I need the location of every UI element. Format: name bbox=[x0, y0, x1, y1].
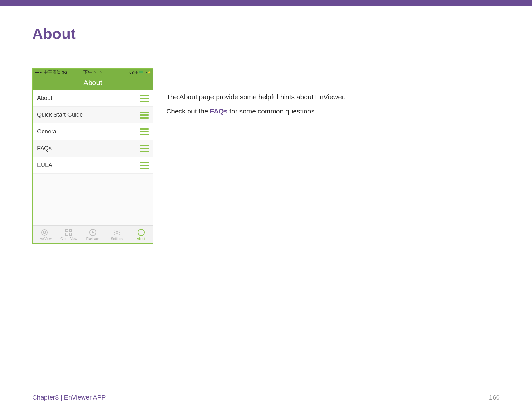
menu-icon bbox=[140, 128, 149, 135]
list-item[interactable]: About bbox=[33, 90, 153, 107]
carrier-label: 中華電信 bbox=[44, 69, 61, 75]
tab-group-view[interactable]: Group View bbox=[57, 226, 81, 243]
network-label: 3G bbox=[62, 70, 67, 75]
grid-icon bbox=[65, 229, 73, 236]
tab-settings[interactable]: Settings bbox=[105, 226, 129, 243]
tab-label: Live View bbox=[38, 237, 52, 240]
phone-nav-title: About bbox=[33, 76, 153, 90]
list-item[interactable]: EULA bbox=[33, 157, 153, 174]
phone-screenshot: ●●●●○ 中華電信 3G 下午12:13 58% ⚡ About About bbox=[32, 68, 153, 244]
status-time: 下午12:13 bbox=[83, 69, 102, 75]
phone-tab-bar: Live View Group View Playback bbox=[33, 225, 153, 243]
body-line-2-post: for some common questions. bbox=[227, 107, 316, 115]
body-line-1: The About page provide some helpful hint… bbox=[166, 91, 346, 103]
page-top-bar bbox=[0, 0, 532, 6]
battery-icon bbox=[139, 71, 146, 74]
tab-live-view[interactable]: Live View bbox=[33, 226, 57, 243]
about-list: About Quick Start Guide General FAQs EUL… bbox=[33, 90, 153, 225]
svg-rect-5 bbox=[69, 233, 72, 235]
battery-percent-label: 58% bbox=[129, 70, 138, 75]
svg-point-7 bbox=[116, 231, 118, 233]
tab-label: About bbox=[137, 237, 145, 240]
body-line-2-pre: Check out the bbox=[166, 107, 210, 115]
play-icon bbox=[89, 229, 97, 236]
svg-point-10 bbox=[141, 230, 141, 231]
page-footer: Chapter8 | EnViewer APP 160 bbox=[32, 394, 500, 401]
list-item[interactable]: FAQs bbox=[33, 140, 153, 157]
faqs-link[interactable]: FAQs bbox=[210, 107, 227, 115]
list-item-label: General bbox=[37, 128, 58, 135]
body-line-2: Check out the FAQs for some common quest… bbox=[166, 105, 346, 117]
status-right: 58% ⚡ bbox=[129, 70, 151, 75]
list-item-label: Quick Start Guide bbox=[37, 112, 83, 118]
body-text: The About page provide some helpful hint… bbox=[166, 68, 346, 244]
list-item-label: FAQs bbox=[37, 145, 52, 152]
list-empty-space bbox=[33, 174, 153, 225]
footer-chapter-label: Chapter8 | EnViewer APP bbox=[32, 394, 106, 401]
tab-label: Group View bbox=[60, 237, 77, 240]
list-item-label: About bbox=[37, 95, 52, 102]
svg-rect-4 bbox=[66, 233, 68, 235]
svg-point-1 bbox=[43, 231, 46, 234]
tab-label: Settings bbox=[111, 237, 123, 240]
menu-icon bbox=[140, 112, 149, 119]
signal-dots-icon: ●●●●○ bbox=[34, 71, 43, 74]
info-icon bbox=[137, 229, 145, 236]
svg-point-0 bbox=[42, 230, 47, 235]
menu-icon bbox=[140, 162, 149, 169]
gear-icon bbox=[113, 229, 121, 236]
tab-playback[interactable]: Playback bbox=[81, 226, 105, 243]
tab-label: Playback bbox=[86, 237, 100, 240]
tab-about[interactable]: About bbox=[129, 226, 153, 243]
list-item-label: EULA bbox=[37, 162, 52, 169]
page-title: About bbox=[32, 25, 500, 43]
charging-icon: ⚡ bbox=[147, 71, 151, 74]
list-item[interactable]: Quick Start Guide bbox=[33, 107, 153, 123]
menu-icon bbox=[140, 95, 149, 102]
menu-icon bbox=[140, 145, 149, 152]
phone-status-bar: ●●●●○ 中華電信 3G 下午12:13 58% ⚡ bbox=[33, 69, 153, 76]
svg-rect-3 bbox=[69, 230, 72, 232]
status-left: ●●●●○ 中華電信 3G bbox=[34, 69, 68, 75]
list-item[interactable]: General bbox=[33, 123, 153, 140]
footer-page-number: 160 bbox=[489, 394, 500, 401]
target-icon bbox=[41, 229, 48, 236]
svg-rect-2 bbox=[66, 230, 68, 232]
